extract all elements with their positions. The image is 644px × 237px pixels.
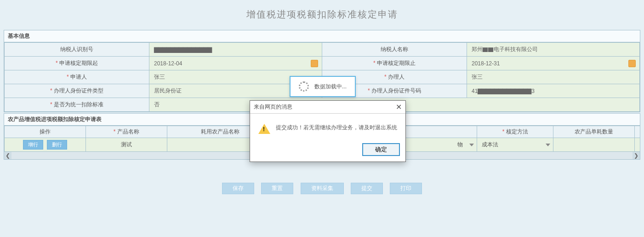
product-name-cell[interactable]: 测试 [85,138,167,152]
message-dialog: 来自网页的消息 ✕ 提交成功！若无需继续办理业务，请及时退出系统 确定 [250,100,406,162]
footer-toolbar: 保存 重置 资料采集 提交 打印 [4,183,640,194]
last-year-cell[interactable]: 25000 [635,138,640,152]
dialog-title: 来自网页的消息 [254,103,292,111]
page-title: 增值税进项税额扣除标准核定申请 [4,8,640,21]
ok-button[interactable]: 确定 [362,143,400,156]
agent-id-type-label: 办理人身份证件类型 [5,84,149,98]
loading-toast: 数据加载中... [290,76,356,97]
scroll-right-icon[interactable]: ❯ [633,152,640,159]
col-unit-qty: 农产品单耗数量 [553,126,635,138]
basic-info-title: 基本信息 [4,30,640,42]
collect-button[interactable]: 资料采集 [301,183,344,194]
taxpayer-name-value[interactable]: 郑州▇▇电子科技有限公司 [467,43,639,57]
dialog-message: 提交成功！若无需继续办理业务，请及时退出系统 [276,124,397,132]
taxpayer-name-label: 纳税人名称 [322,43,467,57]
period-start-value[interactable]: 2018-12-04 [149,57,322,70]
period-end-value[interactable]: 2018-12-31 [467,57,639,70]
op-cell: 增行 删行 [5,138,86,152]
agent-value[interactable]: 张三 [467,70,639,84]
period-start-label: 申请核定期限起 [5,57,149,70]
warning-icon [258,124,270,134]
close-icon[interactable]: ✕ [396,104,402,111]
unit-qty-cell[interactable] [553,138,635,152]
col-op: 操作 [5,126,86,138]
calendar-icon[interactable] [311,60,318,67]
col-product-name: 产品名称 [85,126,167,138]
calendar-icon[interactable] [628,60,636,67]
print-button[interactable]: 打印 [390,183,422,194]
spinner-icon [299,81,309,92]
applicant-label: 申请人 [5,70,149,84]
chevron-down-icon [469,144,474,146]
chevron-down-icon [546,144,550,146]
reset-button[interactable]: 重置 [261,183,293,194]
col-method: 核定方法 [477,126,553,138]
taxpayer-id-label: 纳税人识别号 [5,43,149,57]
add-row-button[interactable]: 增行 [23,140,43,150]
uniform-label: 是否为统一扣除标准 [5,98,149,112]
col-last-year: 上年投入生产的农产品外购 [635,126,640,138]
loading-text: 数据加载中... [314,83,347,91]
scroll-left-icon[interactable]: ❮ [4,152,11,159]
agent-id-no-value[interactable]: 41▇▇▇▇▇▇▇▇▇▇▇▇▇3 [467,84,639,98]
taxpayer-id-value[interactable]: ▇▇▇▇▇▇▇▇▇▇▇▇▇▇ [149,43,322,57]
method-cell[interactable]: 成本法 [477,138,553,152]
delete-row-button[interactable]: 删行 [47,140,67,150]
submit-button[interactable]: 提交 [351,183,383,194]
period-end-label: 申请核定期限止 [322,57,467,70]
save-button[interactable]: 保存 [222,183,254,194]
